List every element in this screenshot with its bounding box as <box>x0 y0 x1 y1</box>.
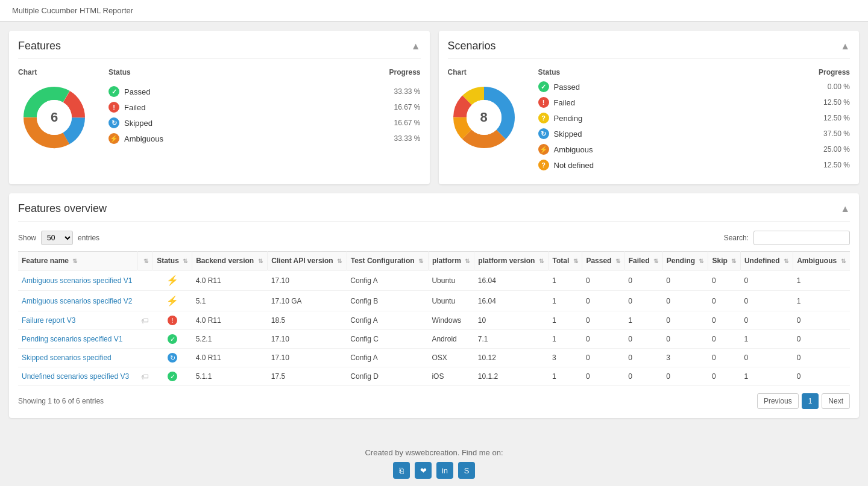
prev-button[interactable]: Previous <box>757 393 799 409</box>
scenarios-center-number: 8 <box>480 110 487 125</box>
sc-status-label-ambiguous: Ambiguous <box>554 145 823 154</box>
scenarios-chart: 8 <box>448 81 520 154</box>
td-passed: 0 <box>582 367 624 386</box>
td-undefined: 1 <box>740 367 793 386</box>
scenarios-title: Scenarios <box>448 40 496 52</box>
linkedin-icon[interactable]: in <box>436 462 453 479</box>
overview-title: Features overview <box>18 202 107 215</box>
td-test-config: Config A <box>347 311 428 330</box>
td-tag <box>137 270 153 291</box>
td-platform-version: 10.12 <box>474 349 549 367</box>
row-status-icon: ! <box>168 316 177 325</box>
search-input[interactable] <box>753 231 850 245</box>
page-1-button[interactable]: 1 <box>802 393 819 409</box>
sc-status-icon-failed: ! <box>538 97 549 108</box>
th-total[interactable]: Total ⇅ <box>549 252 582 270</box>
rss-icon[interactable]: ⎗ <box>393 462 410 479</box>
feature-link[interactable]: Undefined scenarios specified V3 <box>22 372 129 381</box>
scenarios-status-row: ✓ Passed 0.00 % <box>538 81 851 92</box>
td-failed: 1 <box>624 311 662 330</box>
td-client-api: 18.5 <box>268 311 347 330</box>
th-passed[interactable]: Passed ⇅ <box>582 252 624 270</box>
features-status-row: ! Failed 16.67 % <box>108 102 421 113</box>
th-feature-name[interactable]: Feature name ⇅ <box>18 252 137 270</box>
sort-backend: ⇅ <box>258 258 263 264</box>
td-client-api: 17.10 <box>268 349 347 367</box>
sort-passed: ⇅ <box>615 258 620 264</box>
td-backend: 4.0 R11 <box>192 349 268 367</box>
td-tag <box>137 291 153 311</box>
overview-toggle[interactable]: ▲ <box>840 204 850 214</box>
feature-link[interactable]: Failure report V3 <box>22 316 75 325</box>
footer: Created by wswebcreation. Find me on: ⎗ … <box>0 436 868 486</box>
table-row: Failure report V3 🏷 ! 4.0 R11 18.5 Confi… <box>18 311 850 330</box>
th-pending[interactable]: Pending ⇅ <box>662 252 708 270</box>
td-failed: 0 <box>624 349 662 367</box>
th-ambiguous[interactable]: Ambiguous ⇅ <box>793 252 850 270</box>
table-footer: Showing 1 to 6 of 6 entries Previous 1 N… <box>18 393 850 409</box>
td-test-config: Config B <box>347 291 428 311</box>
features-chart: 6 <box>18 81 90 154</box>
features-toggle[interactable]: ▲ <box>411 41 421 52</box>
features-table: Feature name ⇅ ⇅ Status ⇅ Backend versio… <box>18 251 850 386</box>
status-pct-ambiguous: 33.33 % <box>394 134 420 143</box>
th-test-config[interactable]: Test Configuration ⇅ <box>347 252 428 270</box>
td-skip: 0 <box>708 311 740 330</box>
th-failed[interactable]: Failed ⇅ <box>624 252 662 270</box>
features-col-chart: Chart <box>18 68 108 76</box>
th-skip[interactable]: Skip ⇅ <box>708 252 740 270</box>
td-skip: 0 <box>708 291 740 311</box>
th-undefined[interactable]: Undefined ⇅ <box>740 252 793 270</box>
features-status-row: ↻ Skipped 16.67 % <box>108 117 421 128</box>
td-status: ✓ <box>153 367 192 386</box>
search-label: Search: <box>724 234 749 242</box>
feature-link[interactable]: Skipped scenarios specified <box>22 354 112 362</box>
scenarios-col-status: Status <box>538 68 802 76</box>
stackoverflow-icon[interactable]: S <box>458 462 475 479</box>
td-ambiguous: 0 <box>793 367 850 386</box>
td-pending: 3 <box>662 349 708 367</box>
table-controls: Show 50 10 25 100 entries Search: <box>18 231 850 245</box>
th-client-api[interactable]: Client API version ⇅ <box>268 252 347 270</box>
next-button[interactable]: Next <box>822 393 850 409</box>
search-box: Search: <box>724 231 850 245</box>
th-status[interactable]: Status ⇅ <box>153 252 192 270</box>
status-icon-failed: ! <box>108 102 119 113</box>
pagination: Previous 1 Next <box>757 393 850 409</box>
td-status: ⚡ <box>153 270 192 291</box>
scenarios-toggle[interactable]: ▲ <box>840 41 850 52</box>
th-backend[interactable]: Backend version ⇅ <box>192 252 268 270</box>
features-status-row: ⚡ Ambiguous 33.33 % <box>108 133 421 144</box>
td-test-config: Config C <box>347 330 428 349</box>
td-failed: 0 <box>624 270 662 291</box>
td-pending: 0 <box>662 311 708 330</box>
feature-link[interactable]: Ambiguous scenarios specified V2 <box>22 297 132 305</box>
entries-select[interactable]: 50 10 25 100 <box>41 231 73 245</box>
row-status-icon: ⚡ <box>166 275 178 285</box>
td-client-api: 17.10 <box>268 270 347 291</box>
feature-link[interactable]: Pending scenarios specified V1 <box>22 335 122 343</box>
show-entries: Show 50 10 25 100 entries <box>18 231 99 245</box>
th-platform[interactable]: platform ⇅ <box>428 252 474 270</box>
github-icon[interactable]: ❤ <box>415 462 432 479</box>
td-test-config: Config A <box>347 270 428 291</box>
features-panel-header: Features ▲ <box>18 40 421 59</box>
td-total: 1 <box>549 270 582 291</box>
td-tag: 🏷 <box>137 367 153 386</box>
td-undefined: 0 <box>740 291 793 311</box>
sort-skip: ⇅ <box>731 258 736 264</box>
td-failed: 0 <box>624 330 662 349</box>
th-tag[interactable]: ⇅ <box>137 252 153 270</box>
td-feature-name: Undefined scenarios specified V3 <box>18 367 137 386</box>
row-status-icon: ⚡ <box>166 296 178 306</box>
table-head: Feature name ⇅ ⇅ Status ⇅ Backend versio… <box>18 252 850 270</box>
th-platform-version[interactable]: platform version ⇅ <box>474 252 549 270</box>
td-failed: 0 <box>624 291 662 311</box>
feature-link[interactable]: Ambiguous scenarios specified V1 <box>22 276 132 285</box>
td-backend: 4.0 R11 <box>192 311 268 330</box>
td-status: ! <box>153 311 192 330</box>
sc-status-pct-skipped: 37.50 % <box>823 129 850 138</box>
status-icon-ambiguous: ⚡ <box>108 133 119 144</box>
features-donut: 6 <box>18 81 90 154</box>
features-status-row: ✓ Passed 33.33 % <box>108 86 421 97</box>
